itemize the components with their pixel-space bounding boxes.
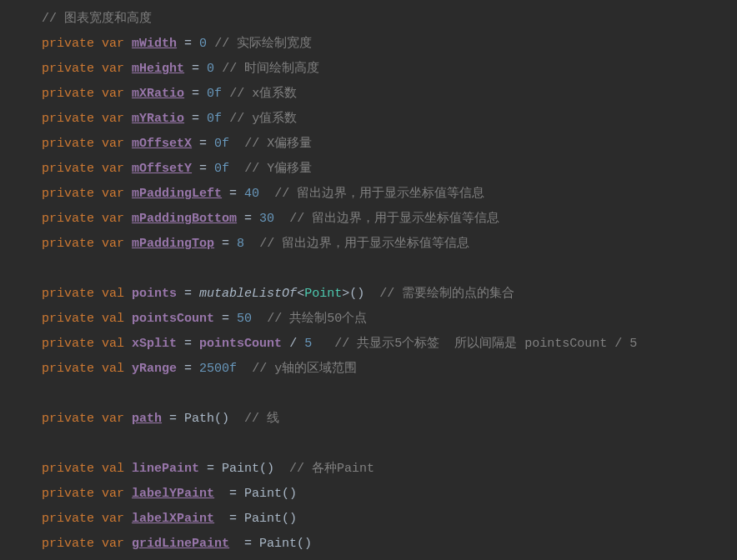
code-token: = [214, 312, 237, 326]
code-token: var [102, 162, 124, 176]
code-token: = [192, 137, 214, 151]
code-token [124, 62, 132, 76]
code-token: private [42, 87, 94, 101]
code-token [124, 537, 132, 551]
code-token: var [102, 487, 124, 501]
code-token: // x值系数 [229, 87, 297, 101]
code-token: 8 [237, 237, 244, 251]
code-token: val [102, 312, 124, 326]
code-token: private [42, 212, 94, 226]
code-token: val [102, 362, 124, 376]
code-token: / [282, 337, 304, 351]
code-token: private [42, 162, 94, 176]
code-token: var [102, 537, 124, 551]
code-line: private var mPaddingBottom = 30 // 留出边界，… [42, 207, 737, 232]
code-token: = [177, 37, 199, 51]
code-line: private var mWidth = 0 // 实际绘制宽度 [42, 32, 737, 57]
code-token [229, 162, 244, 176]
code-token: // X偏移量 [244, 137, 312, 151]
code-token: var [102, 187, 124, 201]
code-token: < [297, 287, 304, 301]
code-token [222, 87, 229, 101]
code-token [94, 312, 102, 326]
code-token: mOffsetY [132, 162, 192, 176]
code-token [94, 37, 102, 51]
code-line: private var labelYPaint = Paint() [42, 482, 737, 507]
code-token: linePaint [132, 462, 199, 476]
code-token: = [177, 337, 199, 351]
code-line: private val yRange = 2500f // y轴的区域范围 [42, 357, 737, 382]
code-token [244, 237, 259, 251]
code-token [94, 212, 102, 226]
code-token: mWidth [132, 37, 177, 51]
code-token [94, 362, 102, 376]
code-token: // 共绘制50个点 [267, 312, 367, 326]
code-token [124, 137, 132, 151]
code-token: private [42, 337, 94, 351]
code-line: private var mXRatio = 0f // x值系数 [42, 82, 737, 107]
code-token: yRange [132, 362, 177, 376]
code-token: private [42, 362, 94, 376]
code-token [94, 112, 102, 126]
code-token [124, 162, 132, 176]
code-token: mXRatio [132, 87, 184, 101]
code-block: // 图表宽度和高度private var mWidth = 0 // 实际绘制… [42, 7, 737, 557]
code-token: = [184, 62, 207, 76]
code-token: // Y偏移量 [244, 162, 312, 176]
code-token: // 实际绘制宽度 [214, 37, 312, 51]
code-token: private [42, 487, 94, 501]
code-token: 2500f [199, 362, 237, 376]
code-token [124, 337, 132, 351]
code-token: = [177, 362, 199, 376]
code-token [94, 287, 102, 301]
code-token: var [102, 512, 124, 526]
code-token: var [102, 412, 124, 426]
code-token: private [42, 537, 94, 551]
code-line: private var mOffsetX = 0f // X偏移量 [42, 132, 737, 157]
code-token [94, 512, 102, 526]
code-line: private var mHeight = 0 // 时间绘制高度 [42, 57, 737, 82]
code-token: private [42, 412, 94, 426]
code-token [94, 237, 102, 251]
code-token: mutableListOf [199, 287, 297, 301]
code-token [124, 412, 132, 426]
code-token: val [102, 287, 124, 301]
code-token [237, 362, 252, 376]
code-token: var [102, 237, 124, 251]
code-line [42, 432, 737, 457]
code-token: = Paint() [214, 487, 297, 501]
code-token [94, 87, 102, 101]
code-token [94, 62, 102, 76]
code-token: 0f [214, 162, 229, 176]
code-token: private [42, 137, 94, 151]
code-token: var [102, 112, 124, 126]
code-token: mPaddingBottom [132, 212, 237, 226]
code-token: = Paint() [214, 512, 297, 526]
code-token [274, 212, 289, 226]
code-token: = Paint() [199, 462, 289, 476]
code-token: // 留出边界，用于显示坐标值等信息 [274, 187, 484, 201]
code-token: private [42, 287, 94, 301]
code-token [124, 287, 132, 301]
code-token: gridLinePaint [132, 537, 229, 551]
code-token: = Paint() [229, 537, 312, 551]
code-token: // 各种Paint [289, 462, 374, 476]
code-token: labelXPaint [132, 512, 214, 526]
code-token: 30 [259, 212, 274, 226]
code-line: private var gridLinePaint = Paint() [42, 532, 737, 557]
code-token [124, 512, 132, 526]
code-token [94, 462, 102, 476]
code-token: = [177, 287, 199, 301]
code-line [42, 257, 737, 282]
code-line: private val points = mutableListOf<Point… [42, 282, 737, 307]
code-line: private var path = Path() // 线 [42, 407, 737, 432]
code-token: pointsCount [132, 312, 214, 326]
code-token [94, 412, 102, 426]
code-token: var [102, 137, 124, 151]
code-token [124, 462, 132, 476]
code-token [252, 312, 267, 326]
code-token: var [102, 37, 124, 51]
code-token [124, 237, 132, 251]
code-token [124, 87, 132, 101]
code-line: // 图表宽度和高度 [42, 7, 737, 32]
